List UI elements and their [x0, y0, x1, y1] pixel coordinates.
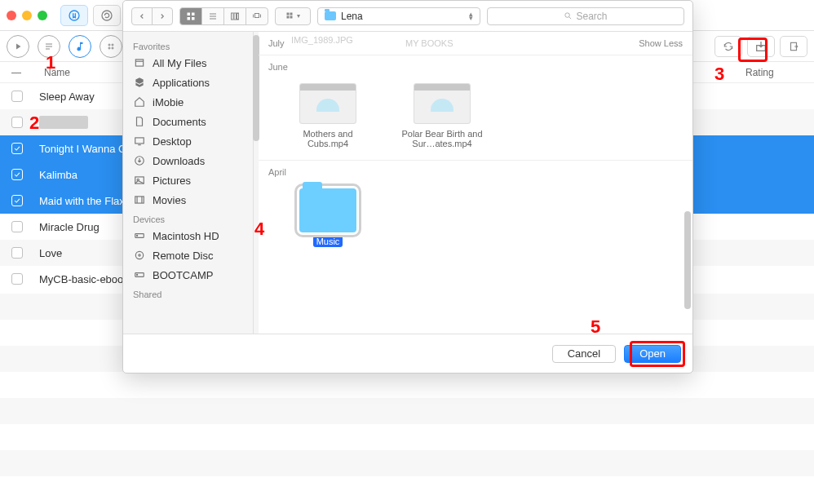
section-april: April: [268, 167, 286, 177]
row-checkbox[interactable]: [11, 247, 23, 259]
row-name: [39, 116, 88, 129]
video-thumbnail: [414, 83, 471, 124]
svg-rect-8: [188, 12, 191, 15]
export-button[interactable]: [780, 36, 807, 57]
import-button[interactable]: [747, 36, 775, 57]
list-view-button[interactable]: [201, 7, 224, 25]
coverflow-view-button[interactable]: [246, 7, 268, 25]
dialog-toolbar: ▾ Lena ▴▾ Search: [123, 1, 692, 32]
header-rating[interactable]: Rating: [745, 67, 803, 78]
film-icon[interactable]: [100, 35, 122, 58]
svg-rect-12: [232, 13, 234, 20]
sidebar-item-pictures[interactable]: Pictures: [123, 170, 253, 190]
sidebar-item-documents[interactable]: Documents: [123, 112, 253, 131]
show-less-link[interactable]: Show Less: [639, 38, 683, 48]
svg-rect-9: [192, 12, 195, 15]
sidebar-item-applications[interactable]: Applications: [123, 73, 253, 92]
svg-point-3: [112, 44, 113, 46]
svg-point-20: [565, 13, 570, 18]
row-checkbox[interactable]: [11, 117, 23, 128]
sidebar-item-macintoshhd[interactable]: Macintosh HD: [123, 226, 253, 245]
svg-rect-16: [287, 12, 290, 15]
close-window-icon[interactable]: [7, 11, 16, 20]
sidebar-header-shared: Shared: [123, 285, 253, 301]
file-open-dialog: ▾ Lena ▴▾ Search Favorites All My Files …: [122, 0, 693, 374]
svg-rect-21: [135, 60, 143, 66]
svg-rect-14: [237, 13, 239, 20]
svg-rect-15: [255, 13, 259, 17]
section-july: July: [268, 38, 285, 48]
tab-refresh[interactable]: [93, 5, 121, 26]
documents-icon: [133, 115, 146, 128]
zoom-window-icon[interactable]: [38, 11, 47, 20]
arrange-button[interactable]: ▾: [275, 7, 311, 25]
minimize-window-icon[interactable]: [22, 11, 32, 20]
nav-buttons: [131, 7, 173, 25]
svg-rect-18: [287, 15, 290, 18]
column-view-button[interactable]: [223, 7, 246, 25]
applications-icon: [133, 76, 146, 89]
sidebar-item-downloads[interactable]: Downloads: [123, 151, 253, 170]
video-thumbnail: [299, 83, 356, 124]
music-note-icon[interactable]: [69, 35, 91, 58]
file-item[interactable]: Polar Bear Birth and Sur…ates.mp4: [397, 83, 487, 148]
sidebar-item-imobie[interactable]: iMobie: [123, 92, 253, 112]
header-checkbox[interactable]: —: [11, 67, 28, 78]
svg-rect-19: [290, 15, 293, 18]
traffic-lights: [7, 11, 47, 20]
tab-music[interactable]: [60, 5, 88, 26]
back-button[interactable]: [131, 7, 153, 25]
home-icon: [133, 95, 146, 108]
movies-icon: [133, 193, 146, 206]
svg-point-30: [139, 254, 140, 256]
sidebar-item-desktop[interactable]: Desktop: [123, 131, 253, 151]
svg-rect-11: [192, 17, 195, 20]
sidebar-item-remotedisc[interactable]: Remote Disc: [123, 245, 253, 265]
row-checkbox[interactable]: [11, 91, 23, 102]
row-checkbox[interactable]: [11, 273, 23, 285]
svg-point-4: [108, 47, 110, 49]
chevron-updown-icon: ▴▾: [469, 12, 473, 20]
svg-rect-10: [188, 17, 191, 20]
svg-point-28: [137, 235, 138, 236]
svg-point-0: [69, 11, 79, 20]
cancel-button[interactable]: Cancel: [552, 345, 616, 363]
row-checkbox[interactable]: [11, 143, 23, 154]
refresh-button[interactable]: [714, 36, 742, 57]
folder-icon: [299, 188, 356, 232]
allfiles-icon: [133, 56, 146, 69]
file-pane[interactable]: July IMG_1989.JPG MY BOOKS Show Less Jun…: [259, 32, 692, 334]
icon-view-button[interactable]: [179, 7, 202, 25]
forward-button[interactable]: [152, 7, 173, 25]
svg-rect-26: [135, 197, 144, 203]
svg-point-1: [102, 11, 112, 20]
folder-icon: [325, 11, 336, 20]
play-icon[interactable]: [7, 35, 29, 58]
disc-icon: [133, 249, 146, 262]
svg-point-5: [112, 47, 113, 49]
dialog-sidebar: Favorites All My Files Applications iMob…: [123, 32, 254, 334]
svg-point-2: [108, 44, 110, 46]
sidebar-item-bootcamp[interactable]: BOOTCAMP: [123, 265, 253, 285]
sidebar-item-allmyfiles[interactable]: All My Files: [123, 53, 253, 73]
list-icon[interactable]: [38, 35, 60, 58]
hdd-icon: [133, 229, 146, 242]
arrange-group: ▾: [275, 7, 311, 25]
folder-name: Lena: [341, 11, 363, 22]
sidebar-header-favorites: Favorites: [123, 37, 253, 53]
desktop-icon: [133, 135, 146, 148]
svg-point-29: [135, 251, 143, 259]
open-button[interactable]: Open: [624, 345, 681, 363]
folder-dropdown[interactable]: Lena ▴▾: [317, 7, 480, 25]
folder-item-music[interactable]: Music: [283, 188, 373, 247]
row-checkbox[interactable]: [11, 169, 23, 180]
sidebar-item-movies[interactable]: Movies: [123, 190, 253, 210]
view-mode-group: [179, 7, 268, 25]
search-input[interactable]: Search: [487, 7, 684, 25]
downloads-icon: [133, 154, 146, 167]
file-item[interactable]: Mothers and Cubs.mp4: [283, 83, 373, 148]
pictures-icon: [133, 174, 146, 187]
row-checkbox[interactable]: [11, 221, 23, 232]
sidebar-header-devices: Devices: [123, 210, 253, 226]
row-checkbox[interactable]: [11, 195, 23, 206]
